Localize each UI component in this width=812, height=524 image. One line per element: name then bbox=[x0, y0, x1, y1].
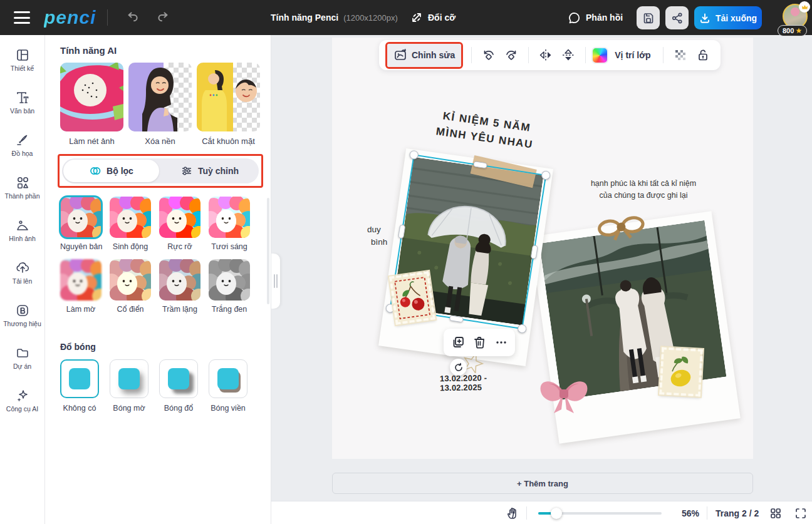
flip-vertical-icon[interactable] bbox=[559, 46, 578, 64]
download-button[interactable]: Tải xuống bbox=[694, 6, 762, 29]
share-icon bbox=[671, 12, 684, 24]
divider bbox=[107, 9, 108, 26]
share-button[interactable] bbox=[665, 6, 689, 29]
redo-icon[interactable] bbox=[155, 10, 170, 25]
sidebar-item-label: Tải lên bbox=[13, 278, 33, 285]
transparency-icon[interactable] bbox=[671, 46, 690, 64]
divider bbox=[585, 47, 586, 63]
zoom-slider-thumb[interactable] bbox=[551, 508, 562, 519]
image-icon bbox=[15, 218, 30, 233]
sidebar-item-projects[interactable]: Dự án bbox=[0, 337, 44, 379]
shadow-options: Không có Bóng mờ Bóng đổ Bóng viền bbox=[60, 359, 247, 413]
delete-icon[interactable] bbox=[472, 335, 487, 350]
canvas-name-left[interactable]: duy bình bbox=[367, 223, 387, 248]
sidebar-item-uploads[interactable]: Tải lên bbox=[0, 252, 44, 294]
text-icon bbox=[15, 90, 30, 105]
filter-blur[interactable]: Làm mờ bbox=[60, 259, 102, 314]
feature-remove-bg[interactable]: Xóa nền bbox=[128, 63, 192, 146]
tab-filters[interactable]: Bộ lọc bbox=[63, 160, 159, 182]
menu-icon[interactable] bbox=[14, 11, 30, 24]
shadow-drop[interactable]: Bóng đổ bbox=[159, 359, 198, 413]
rotate-handle[interactable] bbox=[450, 359, 467, 376]
sidebar-item-graphics[interactable]: Đồ họa bbox=[0, 124, 44, 167]
edit-image-button[interactable]: Chỉnh sửa bbox=[387, 44, 461, 67]
sidebar-item-label: Văn bản bbox=[10, 108, 34, 115]
pan-tool-icon[interactable] bbox=[506, 501, 519, 524]
shadow-outline[interactable]: Bóng viền bbox=[209, 359, 247, 413]
lock-icon[interactable] bbox=[694, 46, 712, 64]
filter-classic[interactable]: Cổ điển bbox=[110, 259, 151, 314]
shadow-heading: Đổ bóng bbox=[60, 342, 96, 352]
duplicate-icon[interactable] bbox=[450, 335, 466, 350]
canvas-caption-text[interactable]: hạnh phúc là khi tất cả kỉ niệm của chún… bbox=[578, 178, 709, 202]
tab-custom[interactable]: Tuỳ chỉnh bbox=[162, 160, 258, 182]
layout-icon bbox=[15, 48, 30, 63]
color-picker-swatch[interactable] bbox=[591, 47, 608, 64]
divider bbox=[528, 47, 529, 63]
grid-view-icon[interactable] bbox=[769, 501, 782, 524]
resize-button[interactable]: Đổi cỡ bbox=[410, 0, 455, 35]
shadow-soft[interactable]: Bóng mờ bbox=[110, 359, 148, 413]
filter-label: Tươi sáng bbox=[209, 242, 250, 251]
sidebar-item-label: Đồ họa bbox=[12, 150, 33, 158]
shapes-icon bbox=[15, 175, 30, 190]
sidebar-item-elements[interactable]: Thành phần bbox=[0, 167, 44, 209]
document-size: (1200x1200px) bbox=[343, 13, 398, 23]
sidebar-item-label: Công cụ AI bbox=[6, 406, 38, 413]
sidebar-item-design[interactable]: Thiết kế bbox=[0, 39, 44, 81]
canvas-title-text[interactable]: KỈ NIỆM 5 NĂM MÌNH YÊU NHAU bbox=[418, 105, 553, 156]
filter-muted[interactable]: Trầm lặng bbox=[159, 259, 200, 314]
divider bbox=[471, 47, 472, 63]
crown-icon bbox=[799, 1, 810, 13]
credits-badge: 800 bbox=[778, 25, 807, 36]
document-title[interactable]: Tính năng Penci (1200x1200px) bbox=[271, 0, 398, 35]
undo-icon[interactable] bbox=[125, 10, 140, 25]
more-options-icon[interactable] bbox=[494, 335, 509, 350]
upload-icon bbox=[15, 260, 30, 275]
filter-label: Sinh động bbox=[110, 242, 151, 251]
filter-vibrant[interactable]: Rực rỡ bbox=[159, 197, 200, 251]
feature-face-crop[interactable]: Cắt khuôn mặt bbox=[197, 63, 260, 146]
rotate-left-icon[interactable] bbox=[479, 46, 498, 64]
sidebar-item-images[interactable]: Hình ảnh bbox=[0, 209, 44, 252]
edit-image-icon bbox=[393, 48, 407, 62]
annotation-red-box-tabs: Bộ lọc Tuỳ chỉnh bbox=[58, 154, 263, 188]
resize-icon bbox=[410, 11, 423, 24]
account-menu[interactable]: 800 bbox=[781, 4, 809, 33]
feature-label: Làm nét ảnh bbox=[60, 136, 123, 146]
sidebar-item-label: Thành phần bbox=[4, 193, 39, 200]
save-icon bbox=[642, 12, 655, 24]
design-page[interactable]: KỈ NIỆM 5 NĂM MÌNH YÊU NHAU hạnh phúc là… bbox=[332, 38, 753, 459]
sliders-icon bbox=[180, 165, 193, 177]
panel-scrollbar[interactable] bbox=[267, 198, 269, 304]
add-page-button[interactable]: + Thêm trang bbox=[332, 473, 753, 494]
feature-sharpen[interactable]: Làm nét ảnh bbox=[60, 63, 123, 146]
layer-position-button[interactable]: Vị trí lớp bbox=[615, 50, 650, 60]
canvas-toolbar: Chỉnh sửa Vị trí lớp bbox=[379, 40, 721, 70]
sidebar-item-brand[interactable]: Thương hiệu bbox=[0, 294, 44, 337]
penci-logo[interactable]: penci bbox=[44, 7, 96, 28]
flip-horizontal-icon[interactable] bbox=[536, 46, 555, 64]
save-button[interactable] bbox=[637, 6, 660, 29]
filter-label: Nguyên bản bbox=[60, 242, 102, 251]
folder-icon bbox=[15, 346, 30, 361]
lemon-stamp-sticker[interactable] bbox=[659, 347, 703, 396]
filter-bright[interactable]: Tươi sáng bbox=[209, 197, 250, 251]
feedback-button[interactable]: Phản hồi bbox=[568, 0, 623, 35]
filter-label: Trầm lặng bbox=[159, 305, 200, 314]
zoom-slider[interactable] bbox=[538, 512, 662, 515]
filter-original[interactable]: Nguyên bản bbox=[60, 197, 102, 251]
cherry-stamp-sticker[interactable] bbox=[389, 271, 435, 325]
pink-bow-sticker[interactable] bbox=[538, 374, 590, 416]
filter-bw[interactable]: Trắng đen bbox=[209, 259, 250, 314]
shadow-none[interactable]: Không có bbox=[60, 359, 99, 413]
page-indicator[interactable]: Trang 2 / 2 bbox=[716, 501, 759, 524]
sidebar-item-ai-tools[interactable]: Công cụ AI bbox=[0, 379, 44, 422]
panel-collapse-handle[interactable] bbox=[271, 254, 280, 309]
fullscreen-icon[interactable] bbox=[794, 501, 807, 524]
sidebar-item-text[interactable]: Văn bản bbox=[0, 81, 44, 124]
filter-vivid[interactable]: Sinh động bbox=[110, 197, 151, 251]
canvas-date-text[interactable]: 13.02.2020 - 13.02.2025 bbox=[440, 372, 528, 393]
rotate-right-icon[interactable] bbox=[502, 46, 521, 64]
topbar: penci Tính năng Penci (1200x1200px) Đổi … bbox=[0, 0, 812, 35]
